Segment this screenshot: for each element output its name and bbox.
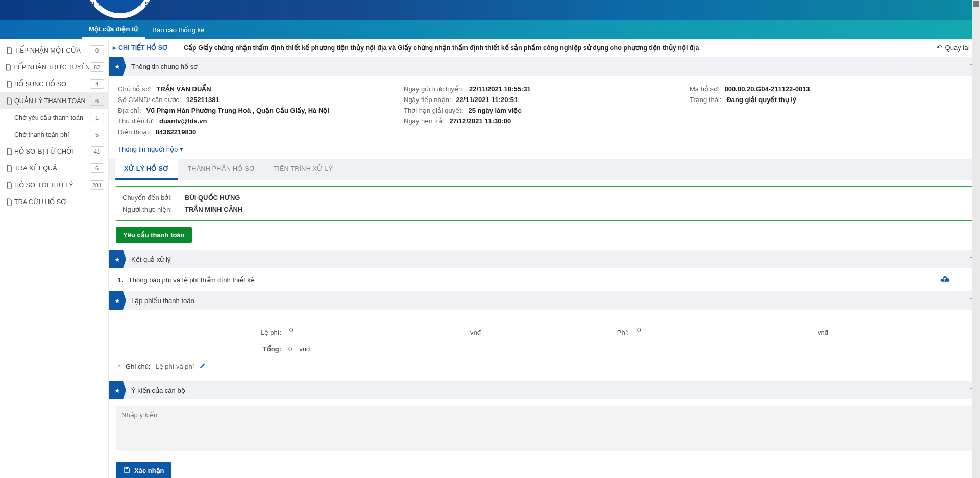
note-row: * Ghi chú: Lệ phí và phí [109,357,980,381]
info-grid: Chủ hồ sơ:TRẦN VĂN DUẨN Số CMND/ căn cướ… [109,76,980,142]
total-value: 0 [288,345,292,353]
sidebar-item-label: TRA CỨU HỒ SƠ [14,198,108,206]
field-label: Chuyển đến bởi: [122,194,179,202]
section-title: Ý kiến của cán bộ [131,387,185,394]
field-label: Số CMND/ căn cước: [118,96,181,104]
field-label: Tổng: [256,345,281,353]
sidebar-badge: 6 [90,96,104,106]
field-value: 000.00.20.G04-211122-0013 [725,85,810,93]
sidebar-badge: 5 [90,130,104,139]
sidebar-item-label: Chờ thanh toán phí [14,131,90,138]
page-title-text: CHI TIẾT HỒ SƠ [118,44,168,52]
fee-input-phi[interactable] [636,324,835,336]
star-badge-icon: ★ [109,291,126,310]
field-value: TRẦN VĂN DUẨN [156,85,211,93]
page-title: ▸ CHI TIẾT HỒ SƠ [111,44,168,52]
tab-timeline[interactable]: TIẾN TRÌNH XỬ LÝ [264,159,342,180]
sidebar-badge: 1 [90,113,104,122]
submitter-info-link[interactable]: Thông tin người nộp ▾ [109,142,980,159]
tab-components[interactable]: THÀNH PHẦN HỒ SƠ [178,159,264,180]
document-icon [4,148,14,155]
save-icon [123,466,130,475]
document-icon [4,47,14,54]
field-label: Lệ phí: [256,329,281,336]
top-nav: Một cửa điện tử Báo cáo thống kê [0,20,980,39]
confirm-button[interactable]: Xác nhận [116,462,172,478]
header-banner: N A M R E G I S [0,0,980,20]
document-icon [4,64,12,71]
nav-one-gate[interactable]: Một cửa điện tử [82,20,145,39]
field-label: Trạng thái: [690,96,721,104]
svg-rect-3 [126,467,128,469]
sidebar-item-label: BỔ SUNG HỒ SƠ [14,80,90,88]
page-subtitle: Cấp Giấy chứng nhận thẩm định thiết kế p… [184,44,699,52]
note-value: Lệ phí và phí [155,363,194,370]
result-row: 1. Thông báo phí và lệ phí thẩm định thi… [109,268,980,291]
field-value: 125211381 [186,96,219,104]
scroll-to-top-arrow[interactable] [973,1,979,7]
sidebar-item-result-return[interactable]: TRẢ KẾT QUẢ 6 [0,160,108,177]
field-value: Vũ Phạm Hàn Phường Trung Hoà , Quận Cầu … [146,107,329,114]
opinion-textarea[interactable] [116,406,973,451]
back-button[interactable]: ↶ Quay lại [937,44,975,52]
field-value: 84362219830 [156,128,197,136]
field-value: 22/11/2021 10:55:31 [469,85,531,93]
fee-input-lephi[interactable] [288,324,487,336]
sidebar-item-label: Chờ yêu cầu thanh toán [14,114,90,121]
required-marker: * [118,363,120,370]
document-icon [4,97,14,105]
nav-reports[interactable]: Báo cáo thống kê [145,20,211,39]
svg-text:N A M  R E G I S: N A M R E G I S [90,1,150,8]
field-label: Ngày hẹn trả: [404,117,445,125]
sidebar-item-label: TIẾP NHẬN MỘT CỬA [14,46,90,54]
sidebar-item-my-cases[interactable]: HỒ SƠ TÔI THỤ LÝ 281 [0,177,108,193]
result-text: Thông báo phí và lệ phí thẩm định thiết … [129,276,255,284]
star-badge-icon: ★ [109,381,126,399]
field-label: Ghi chú: [126,363,150,370]
upload-button[interactable] [939,273,950,286]
sidebar-item-rejected[interactable]: HỒ SƠ BỊ TỪ CHỐI 41 [0,143,108,160]
sidebar: TIẾP NHẬN MỘT CỬA 0 TIẾP NHẬN TRỰC TUYẾN… [0,39,109,478]
fee-area: Lệ phí: vnđ Phí: vnđ [109,310,980,338]
section-header-fee: ★ Lập phiếu thanh toán ⌃ [109,291,980,310]
section-title: Thông tin chung hồ sơ [131,63,198,70]
logo-badge: N A M R E G I S [84,0,156,20]
tab-process[interactable]: XỬ LÝ HỒ SƠ [115,159,178,180]
caret-right-icon: ▸ [113,44,116,52]
breadcrumb: ▸ CHI TIẾT HỒ SƠ Cấp Giấy chứng nhận thẩ… [109,39,980,57]
request-payment-button[interactable]: Yêu cầu thanh toán [116,227,192,243]
section-header-result: ★ Kết quả xử lý ⌃ [109,250,980,268]
edit-note-button[interactable] [199,362,206,371]
sidebar-item-search[interactable]: TRA CỨU HỒ SƠ [0,193,108,210]
sidebar-badge: 4 [90,79,104,89]
star-badge-icon: ★ [109,250,126,268]
pencil-icon [199,362,206,369]
sidebar-item-intake-online[interactable]: TIẾP NHẬN TRỰC TUYẾN 82 [0,59,108,76]
section-header-opinion: ★ Ý kiến của cán bộ ⌃ [109,381,980,399]
field-value: BÙI QUỐC HƯNG [185,194,240,202]
sidebar-badge: 6 [90,163,104,173]
section-title: Lập phiếu thanh toán [131,297,194,305]
window-scrollbar[interactable] [972,0,980,478]
content-area: ▸ CHI TIẾT HỒ SƠ Cấp Giấy chứng nhận thẩ… [109,39,980,478]
sidebar-item-intake-onegate[interactable]: TIẾP NHẬN MỘT CỬA 0 [0,42,108,59]
sidebar-item-supplement[interactable]: BỔ SUNG HỒ SƠ 4 [0,76,108,92]
undo-icon: ↶ [937,44,942,52]
back-label: Quay lại [945,44,970,52]
sidebar-item-payment[interactable]: QUẢN LÝ THANH TOÁN 6 [0,92,108,109]
sidebar-badge: 281 [90,180,104,190]
sidebar-item-await-fee[interactable]: Chờ thanh toán phí 5 [0,126,108,143]
field-label: Ngày gửi trực tuyến: [404,85,464,93]
sidebar-item-label: HỒ SƠ BỊ TỪ CHỐI [14,147,90,155]
field-label: Thời hạn giải quyết: [404,107,463,114]
field-label: Điện thoại: [118,128,151,136]
document-icon [4,165,14,172]
field-value: 22/11/2021 11:20:51 [456,96,518,104]
field-value: duantv@fds.vn [159,117,207,125]
field-label: Người thực hiện: [122,206,179,213]
sidebar-item-await-request[interactable]: Chờ yêu cầu thanh toán 1 [0,109,108,126]
sidebar-badge: 41 [90,146,104,156]
field-label: Địa chỉ: [118,107,141,114]
field-label: Phí: [603,329,629,336]
section-title: Kết quả xử lý [131,256,170,263]
